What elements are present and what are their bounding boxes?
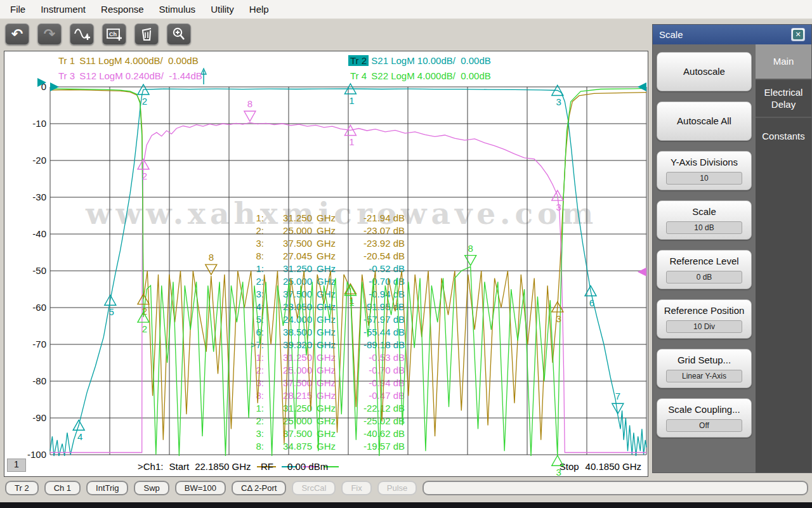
readout-cell: -0.53 dB: [339, 352, 405, 363]
menu-item-response[interactable]: Response: [93, 1, 152, 17]
readout-cell: GHz: [312, 251, 339, 261]
scale-softkey-panel: Scale ✕ AutoscaleAutoscale AllY-Axis Div…: [652, 24, 812, 473]
channel-prefix: >Ch1:: [138, 461, 163, 472]
readout-cell: GHz: [312, 238, 339, 249]
readout-cell: 31.250: [264, 403, 312, 414]
y-axis-label: -90: [17, 412, 46, 423]
softkey-reference-position[interactable]: Reference Position10 Div: [657, 299, 752, 339]
stop-value: 40.1850 GHz: [586, 461, 641, 472]
readout-cell: GHz: [312, 289, 339, 299]
readout-cell: 37.500: [264, 377, 312, 388]
trace-label-tr2[interactable]: Tr 2 S21 LogM 10.00dB/ 0.00dB: [348, 55, 491, 66]
trace-id-badge: Tr 4: [348, 70, 369, 81]
softkey-autoscale-all[interactable]: Autoscale All: [657, 101, 752, 141]
channel-plus-icon: Ch: [106, 27, 122, 42]
menu-item-stimulus[interactable]: Stimulus: [152, 1, 204, 17]
readout-cell: GHz: [312, 403, 339, 414]
readout-cell: GHz: [312, 415, 339, 426]
reference-level-arrow: [50, 82, 59, 91]
add-trace-button[interactable]: [70, 23, 94, 45]
trace-label-tr4[interactable]: Tr 4 S22 LogM 4.000dB/ 0.00dB: [348, 70, 491, 81]
readout-cell: 37.500: [264, 238, 312, 249]
panel-body: AutoscaleAutoscale AllY-Axis Divisions10…: [653, 44, 811, 472]
channel-number-box[interactable]: 1: [7, 459, 26, 472]
taskbar-button-ch-1[interactable]: Ch 1: [44, 481, 81, 495]
marker-readout: 1:31.250GHz-21.94 dB2:25.000GHz-23.07 dB…: [245, 211, 405, 452]
trace-id-badge: Tr 1: [56, 55, 77, 66]
readout-cell: -91.95 dB: [339, 301, 405, 312]
marker-number: 1: [349, 95, 354, 106]
zoom-in-button[interactable]: [167, 23, 191, 45]
readout-row: 6:38.500GHz-55.44 dB: [245, 325, 405, 338]
undo-button[interactable]: ↶: [5, 23, 29, 45]
graph-area: www.xahxmicrowave.com Tr 1 S11 LogM 4.00…: [4, 51, 648, 477]
readout-row: 4:23.050GHz-91.95 dB: [245, 300, 405, 313]
reference-level-arrow: [638, 268, 646, 277]
tab-electrical-delay[interactable]: Electrical Delay: [756, 79, 811, 117]
taskbar-button-fix[interactable]: Fix: [341, 481, 371, 495]
softkey-column: AutoscaleAutoscale AllY-Axis Divisions10…: [653, 44, 756, 472]
readout-cell: GHz: [312, 390, 339, 401]
readout-row: 3:37.500GHz-40.62 dB: [245, 427, 405, 440]
channel-status-bar: 1 >Ch1: Start 22.1850 GHz RF 0.00 dBm St…: [4, 457, 648, 476]
readout-cell: -0.94 dB: [339, 377, 405, 388]
readout-row: 1:31.250GHz-0.52 dB: [245, 262, 405, 275]
taskbar-button-tr-2[interactable]: Tr 2: [5, 481, 39, 495]
menu-item-utility[interactable]: Utility: [203, 1, 242, 17]
y-axis-label: -40: [17, 228, 46, 239]
softkey-scale[interactable]: Scale10 dB: [657, 200, 752, 240]
tab-constants[interactable]: Constants: [756, 117, 811, 155]
softkey-label: Autoscale: [683, 66, 725, 78]
sweep-stop-readout: Stop 40.1850 GHz: [560, 461, 641, 472]
readout-row: 2:25.000GHz-23.07 dB: [245, 224, 405, 237]
softkey-value: 10 Div: [666, 320, 742, 333]
stop-label: Stop: [560, 461, 579, 472]
taskbar-button-inttrig[interactable]: IntTrig: [86, 481, 128, 495]
readout-cell: 3:: [245, 238, 264, 249]
panel-title-bar[interactable]: Scale ✕: [653, 25, 811, 44]
menu-item-file[interactable]: File: [3, 1, 33, 17]
trace-label-tr3[interactable]: Tr 3 S12 LogM 0.240dB/ -1.44dB: [56, 70, 202, 81]
readout-cell: 2:: [245, 365, 264, 375]
panel-close-button[interactable]: ✕: [791, 28, 805, 41]
taskbar-button-swp[interactable]: Swp: [134, 481, 169, 495]
readout-row: 1:31.250GHz-21.94 dB: [245, 211, 405, 224]
panel-tab-column: MainElectrical DelayConstants: [756, 44, 811, 472]
softkey-reference-level[interactable]: Reference Level0 dB: [657, 250, 752, 289]
readout-cell: -25.02 dB: [339, 415, 405, 426]
softkey-autoscale[interactable]: Autoscale: [657, 52, 752, 91]
softkey-y-axis-divisions[interactable]: Y-Axis Divisions10: [657, 151, 752, 190]
taskbar-button-bw-100[interactable]: BW=100: [175, 481, 226, 495]
softkey-label: Y-Axis Divisions: [671, 157, 738, 169]
menu-item-help[interactable]: Help: [242, 1, 277, 17]
readout-row: 8:28.215GHz-0.47 dB: [245, 389, 405, 401]
tab-main[interactable]: Main: [756, 44, 811, 79]
readout-cell: 39.320: [264, 339, 312, 350]
taskbar-button-pulse[interactable]: Pulse: [377, 481, 417, 495]
softkey-grid-setup-[interactable]: Grid Setup...Linear Y-Axis: [657, 349, 752, 388]
readout-cell: -57.97 dB: [339, 314, 405, 325]
softkey-value: Off: [666, 419, 742, 432]
marker-triangle: [552, 85, 563, 95]
readout-cell: GHz: [312, 377, 339, 388]
readout-cell: GHz: [312, 314, 339, 325]
y-axis-label: -50: [17, 265, 46, 276]
readout-cell: 28.215: [264, 390, 312, 401]
trace-label-tr1[interactable]: Tr 1 S11 LogM 4.000dB/ 0.00dB: [56, 55, 199, 66]
marker-number: 8: [209, 252, 214, 263]
marker-number: 2: [142, 306, 147, 316]
menu-item-instrument[interactable]: Instrument: [33, 1, 93, 17]
softkey-scale-coupling-[interactable]: Scale Coupling...Off: [657, 398, 752, 438]
softkey-value: 10 dB: [666, 221, 742, 234]
add-channel-button[interactable]: Ch: [102, 23, 126, 45]
taskbar-button-srccal[interactable]: SrcCal: [292, 481, 336, 495]
marker-triangle: [138, 159, 149, 169]
marker-triangle-active: [206, 264, 217, 275]
taskbar-button-c-2-port[interactable]: CΔ 2-Port: [232, 481, 286, 495]
marker-number: 3: [556, 96, 561, 107]
marker-triangle: [552, 302, 563, 312]
readout-cell: 27.045: [264, 251, 312, 261]
redo-button[interactable]: ↷: [37, 23, 62, 45]
delete-button[interactable]: [134, 23, 159, 45]
readout-row: 3:37.500GHz-23.92 dB: [245, 237, 405, 249]
